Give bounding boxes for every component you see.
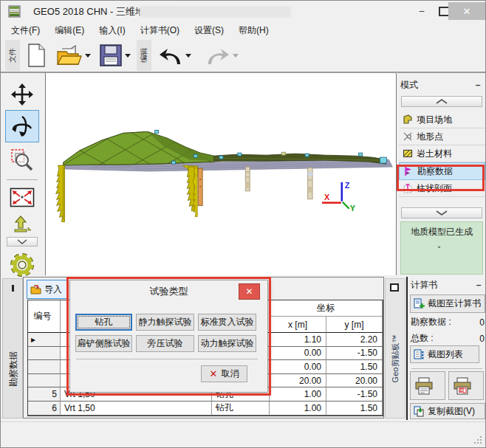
3d-model-canvas[interactable]: Z X Y (46, 73, 396, 275)
dialog-button-borehole[interactable]: 钻孔 (75, 314, 132, 331)
exaggeration-dropdown-button[interactable] (7, 237, 38, 247)
undo-dropdown-arrow[interactable] (185, 54, 191, 58)
save-dropdown-arrow[interactable] (125, 54, 131, 58)
survey-count-row: 勘察数据 : 0 (411, 316, 485, 328)
frame-collapse-handle[interactable] (12, 285, 14, 292)
cell-x[interactable]: 1.10 (270, 333, 326, 347)
cell-x[interactable]: 1.00 (270, 387, 326, 402)
mode-scroll-down-button[interactable] (401, 207, 482, 218)
cell-num[interactable] (28, 347, 61, 361)
dialog-button-spt[interactable]: 标准贯入试验 (198, 314, 256, 331)
mode-item-soil-materials[interactable]: 岩土材料 (399, 145, 485, 162)
mode-item-terrain-points[interactable]: 地形点 (399, 128, 485, 145)
screenshot-list-icon (414, 349, 425, 360)
dialog-cancel-button[interactable]: ✕ 取消 (201, 365, 247, 382)
cell-x[interactable]: 0.00 (270, 347, 326, 361)
cell-num[interactable]: 6 (28, 402, 61, 416)
menu-settings[interactable]: 设置(S) (187, 23, 231, 38)
cancel-x-icon: ✕ (210, 368, 218, 379)
model-status-text: 地质模型已生成 (411, 226, 473, 238)
pan-tool-button[interactable] (7, 80, 38, 108)
dialog-button-cpt[interactable]: 静力触探试验 (136, 314, 194, 331)
elevation-arrow-icon (12, 216, 32, 235)
mode-item-boring-profile[interactable]: 柱状剖面 (399, 180, 485, 197)
new-file-button[interactable] (23, 41, 49, 70)
dialog-close-button[interactable]: ✕ (239, 283, 260, 300)
open-file-button[interactable] (54, 41, 92, 70)
dialog-button-pmt[interactable]: 旁压试验 (136, 335, 194, 352)
cell-num[interactable] (28, 360, 61, 374)
bottom-frame-tab[interactable]: 勘察数据 (2, 278, 23, 418)
cell-y[interactable]: 2.20 (326, 333, 383, 347)
mode-item-survey-data[interactable]: 勘察数据 (399, 162, 485, 180)
screenshot-to-report-button[interactable]: 截图至计算书 (410, 294, 485, 313)
survey-data-icon (403, 166, 414, 176)
mode-item-project-site[interactable]: 项目场地 (399, 111, 485, 128)
cell-x[interactable]: 20.00 (270, 374, 326, 388)
col-header-coords[interactable]: 坐标 (270, 300, 383, 317)
zoom-region-button[interactable] (7, 145, 38, 175)
rotate-tool-button[interactable] (5, 110, 39, 142)
vertical-exaggeration-button[interactable] (7, 213, 38, 237)
report-panel-title: 计算书 (411, 279, 437, 292)
menu-file[interactable]: 文件(F) (4, 23, 47, 38)
redo-icon (205, 45, 230, 66)
model-status-box: 地质模型已生成 。 (400, 221, 483, 275)
menu-report[interactable]: 计算书(O) (133, 23, 187, 38)
col-header-y[interactable]: y [m] (326, 317, 383, 333)
cell-type[interactable]: 钻孔 (212, 402, 270, 416)
minimize-button[interactable]: – (411, 2, 432, 20)
menu-bar: 文件(F) 编辑(E) 输入(I) 计算书(O) 设置(S) 帮助(H) (1, 21, 485, 39)
undo-button[interactable] (154, 41, 194, 70)
geo-clipboard-strip[interactable]: Geo剪贴板™ (385, 278, 405, 418)
resize-grip[interactable] (473, 435, 482, 444)
cell-name[interactable]: Vrt 1,50 (61, 402, 212, 416)
save-floppy-icon (99, 44, 123, 67)
cell-num[interactable] (28, 374, 61, 388)
save-button[interactable] (95, 41, 134, 70)
mode-panel-collapse-button[interactable]: – (472, 80, 484, 90)
mode-item-label: 地形点 (417, 131, 443, 143)
cell-y[interactable]: -1.50 (326, 347, 383, 361)
mode-scroll-up-button[interactable] (401, 96, 482, 107)
table-row-marker-num[interactable]: ▸ (28, 333, 61, 347)
menu-help[interactable]: 帮助(H) (231, 23, 276, 38)
pan-icon (11, 83, 33, 106)
print-selection-button[interactable] (448, 371, 484, 400)
mode-panel-header: 模式 – (400, 79, 484, 91)
mode-panel: 模式 – 项目场地 地形点 (397, 72, 486, 275)
menu-input[interactable]: 输入(I) (92, 23, 132, 38)
cell-x[interactable]: 1.00 (270, 402, 326, 416)
cell-x[interactable]: 0.00 (270, 360, 326, 374)
cell-y[interactable]: 1.50 (326, 402, 383, 416)
borehole-cylinder-2 (308, 168, 312, 199)
import-button[interactable]: 导入 (27, 280, 68, 299)
clipboard-expand-icon[interactable] (390, 283, 399, 292)
screenshot-list-button[interactable]: 截图列表 (410, 345, 479, 363)
cell-y[interactable]: 20.00 (326, 374, 383, 388)
dialog-button-dpt[interactable]: 动力触探试验 (198, 335, 256, 352)
dialog-separator (76, 359, 258, 359)
col-header-number[interactable]: 编号 (28, 300, 61, 333)
chevron-down-icon (436, 210, 448, 216)
cell-y[interactable]: -1.50 (326, 387, 383, 402)
copy-screenshot-button[interactable]: 复制截图(V) (410, 403, 485, 419)
title-bar: GEO5 2018 CHN - 三维地质建模 – ✕ (1, 1, 485, 21)
fit-view-button[interactable] (7, 184, 37, 210)
edit-group-label: 编辑 (137, 40, 151, 71)
cell-num[interactable]: 5 (28, 387, 61, 402)
terrain-point-icon (403, 131, 413, 142)
col-header-x[interactable]: x [m] (270, 317, 326, 333)
3d-viewport[interactable]: Z X Y (45, 72, 397, 275)
dialog-button-dmt[interactable]: 扁铲侧胀试验 (75, 335, 132, 352)
total-count-row: 总数 : 0 (411, 332, 485, 345)
close-button[interactable]: ✕ (448, 2, 485, 20)
cell-y[interactable]: 1.50 (326, 360, 383, 374)
print-button[interactable] (410, 371, 445, 400)
report-panel-collapse-button[interactable]: – (473, 280, 485, 290)
menu-edit[interactable]: 编辑(E) (47, 23, 92, 38)
total-count-label: 总数 : (411, 332, 434, 345)
open-dropdown-arrow[interactable] (85, 54, 91, 58)
project-site-icon (403, 114, 413, 125)
bottom-frame-tab-label: 勘察数据 (7, 351, 20, 387)
